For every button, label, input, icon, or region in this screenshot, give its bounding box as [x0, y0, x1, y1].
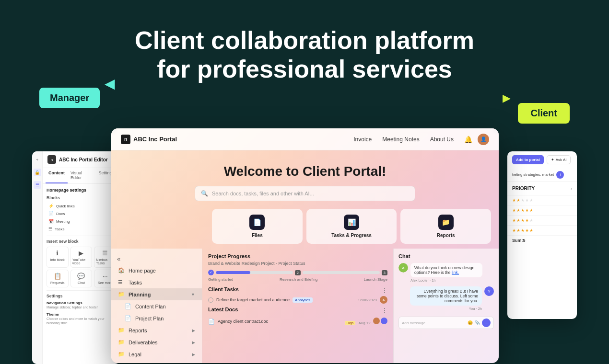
search-placeholder: Search docs, tasks, files and other with…	[212, 191, 314, 196]
ask-ai-button[interactable]: ✦ Ask AI	[547, 155, 571, 164]
latest-docs-section: Latest Docs ⋮ 📄 Agency client contract.d…	[208, 307, 387, 327]
editor-block-tasks[interactable]: ☰ Tasks	[47, 225, 116, 233]
progress-bar-fill	[216, 271, 250, 274]
star-rating-1: ★ ★ ★ ★ ★	[512, 198, 533, 203]
portal-sidebar: « 🏠 Home page ☰ Tasks 📁 Planning ▼ 📄 Con…	[111, 249, 202, 363]
docs-menu-icon[interactable]: ⋮	[382, 307, 387, 314]
files-label: Files	[252, 233, 263, 238]
sidebar-item-planning[interactable]: 📁 Planning ▼	[111, 288, 202, 300]
tasks-menu-icon[interactable]: ⋮	[382, 287, 387, 294]
stage-3-label: Launch Stage	[364, 277, 387, 282]
priority-sum: Sum:5	[507, 236, 577, 245]
chat-input-row[interactable]: Add message... 😊 📎 →	[398, 317, 494, 329]
sidebar-item-homepage[interactable]: 🏠 Home page	[111, 264, 202, 276]
editor-nav-settings[interactable]: Navigation Settings Manage sidebar, topb…	[47, 301, 116, 309]
latest-docs-title: Latest Docs	[208, 307, 238, 312]
tasks-progress-label: Tasks & Progress	[331, 233, 372, 238]
priority-chevron-icon[interactable]: ›	[571, 186, 572, 191]
nav-meeting-notes[interactable]: Meeting Notes	[382, 136, 419, 143]
sidebar-collapse-button[interactable]: «	[111, 253, 202, 264]
doc-item-1: 📄 Agency client contract.doc High Aug 12	[208, 316, 387, 327]
priority-row-3: ★ ★ ★ ★ ★	[507, 216, 577, 226]
editor-settings-title: Settings	[47, 294, 116, 298]
doc-file-icon: 📄	[208, 318, 215, 325]
task-date-1: 12/08/2023	[358, 298, 377, 302]
legal-icon: 📁	[118, 351, 125, 357]
deliverables-chevron-icon: ▶	[192, 340, 195, 345]
reports-sidebar-icon: 📁	[118, 327, 125, 333]
editor-title: ABC Inc Portal Editor	[59, 157, 108, 162]
star-filled: ★	[516, 228, 520, 233]
sidebar-item-project-plan[interactable]: 📄 Project Plan	[111, 312, 202, 324]
sidebar-item-legal[interactable]: 📁 Legal ▶	[111, 348, 202, 360]
quick-links-row: 📄 Files 📊 Tasks & Progress 📁 Reports	[111, 209, 499, 249]
quick-link-files[interactable]: 📄 Files	[212, 209, 303, 244]
star-empty: ★	[521, 198, 525, 203]
deliverables-icon: 📁	[118, 339, 125, 345]
insert-youtube[interactable]: ▶ YouTube video	[70, 247, 93, 268]
editor-blocks-title: Blocks	[47, 195, 116, 200]
client-badge: Client	[518, 103, 570, 124]
portal-nav-links: Invoice Meeting Notes About Us	[353, 136, 454, 143]
context-badge: i	[556, 171, 564, 179]
star-rating-2: ★ ★ ★ ★ ★	[512, 208, 533, 213]
sparkle-icon: ✦	[551, 158, 554, 162]
chat-send-button[interactable]: →	[482, 318, 491, 327]
tab-content[interactable]: Content	[46, 168, 68, 183]
chat-attachment-icon[interactable]: 📎	[475, 320, 480, 325]
user-avatar[interactable]: 👤	[478, 134, 489, 145]
progress-bar-container: ✓ 2 3	[208, 270, 387, 275]
add-to-portal-button[interactable]: Add to portal	[512, 155, 544, 164]
priority-row-1: ★ ★ ★ ★ ★	[507, 195, 577, 205]
chat-bubble-2: Everything is great! But I have some poi…	[410, 286, 482, 306]
nav-invoice[interactable]: Invoice	[353, 136, 372, 143]
sidebar-item-deliverables[interactable]: 📁 Deliverables ▶	[111, 336, 202, 348]
client-tasks-header: Client Tasks ⋮	[208, 286, 387, 294]
star-filled: ★	[512, 228, 516, 233]
editor-divider	[47, 236, 116, 236]
doc-avatar-2	[381, 318, 387, 324]
star-filled: ★	[516, 208, 520, 213]
progress-check-icon: ✓	[208, 270, 214, 275]
portal-main-content: Project Progress Brand & Website Redesig…	[202, 249, 499, 363]
doc-avatar-1	[373, 318, 380, 324]
star-filled: ★	[529, 208, 533, 213]
chat-input-placeholder: Add message...	[402, 321, 466, 325]
chat-emoji-icon[interactable]: 😊	[468, 320, 473, 325]
editor-tabs: Content Visual Editor Settings	[43, 168, 120, 184]
chat-link-1[interactable]: link.	[452, 270, 459, 275]
star-filled: ★	[521, 218, 525, 223]
editor-block-meeting[interactable]: 📅 Meeting	[47, 217, 116, 225]
doc-date: Aug 12	[358, 321, 370, 325]
sidebar-item-tasks[interactable]: ☰ Tasks	[111, 276, 202, 288]
tab-visual-editor[interactable]: Visual Editor	[68, 168, 95, 183]
hero-title: Client collaboration platform for profes…	[89, 26, 520, 84]
insert-chat[interactable]: 💬 Chat	[70, 270, 93, 287]
quick-link-reports[interactable]: 📁 Reports	[400, 209, 491, 244]
editor-sidebar-icon-1[interactable]: +	[34, 156, 41, 164]
editor-sidebar-icon-nav[interactable]: ☰	[34, 181, 41, 189]
task-checkbox-1[interactable]	[208, 297, 213, 303]
quick-link-tasks-progress[interactable]: 📊 Tasks & Progress	[306, 209, 397, 244]
star-filled: ★	[512, 208, 516, 213]
task-item-1: Define the target market and audience An…	[208, 296, 387, 304]
editor-sidebar-icon-lock[interactable]: 🔒	[34, 169, 41, 176]
project-plan-icon: 📄	[125, 315, 131, 321]
editor-block-docs[interactable]: 📄 Docs	[47, 210, 116, 217]
sidebar-item-reports[interactable]: 📁 Reports ▶	[111, 324, 202, 336]
bell-icon[interactable]: 🔔	[463, 135, 473, 144]
chat-message-1: A What do you think on new design option…	[398, 263, 494, 283]
stage-2-label: Research and Briefing	[280, 277, 317, 282]
insert-info-block[interactable]: ℹ Info block	[47, 247, 69, 268]
search-bar[interactable]: 🔍 Search docs, tasks, files and other wi…	[195, 186, 415, 201]
editor-panel: + 🔒 ☰ n ABC Inc Portal Editor Content Vi…	[32, 151, 120, 364]
editor-block-quicklinks[interactable]: ⚡ Quick links	[47, 202, 116, 210]
insert-requests[interactable]: 📋 Requests	[47, 270, 69, 287]
right-panel: Add to portal ✦ Ask AI keting strategies…	[507, 151, 577, 319]
sidebar-item-content-plan[interactable]: 📄 Content Plan	[111, 300, 202, 312]
editor-theme-settings[interactable]: Theme Choose colors and more to match yo…	[47, 312, 116, 325]
star-filled: ★	[525, 208, 529, 213]
portal-body: « 🏠 Home page ☰ Tasks 📁 Planning ▼ 📄 Con…	[111, 249, 499, 363]
nav-about-us[interactable]: About Us	[430, 136, 454, 143]
main-portal-window: n ABC Inc Portal Invoice Meeting Notes A…	[111, 128, 499, 363]
